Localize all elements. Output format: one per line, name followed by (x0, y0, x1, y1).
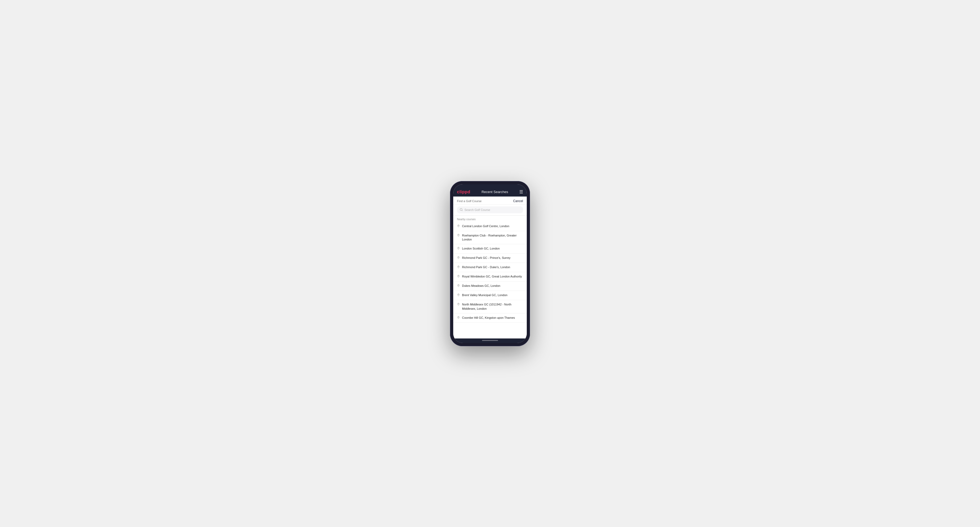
location-pin-icon (457, 247, 460, 251)
course-item[interactable]: Dukes Meadows GC, London (453, 281, 527, 291)
search-box[interactable]: Search Golf Course (457, 206, 523, 213)
course-name: North Middlesex GC (1011942 - North Midd… (462, 303, 523, 311)
svg-line-1 (462, 210, 462, 211)
course-name: Central London Golf Centre, London (462, 224, 509, 228)
nav-bar: clippd Recent Searches ☰ (453, 187, 527, 197)
search-placeholder: Search Golf Course (465, 208, 490, 211)
cancel-button[interactable]: Cancel (513, 199, 523, 203)
nav-title: Recent Searches (482, 190, 508, 194)
svg-point-9 (458, 294, 458, 295)
menu-icon[interactable]: ☰ (519, 190, 523, 194)
course-item[interactable]: Royal Wimbledon GC, Great London Authori… (453, 272, 527, 281)
status-bar (453, 184, 527, 187)
course-name: Royal Wimbledon GC, Great London Authori… (462, 275, 522, 279)
location-pin-icon (457, 256, 460, 260)
svg-point-10 (458, 303, 458, 304)
phone-screen: clippd Recent Searches ☰ Find a Golf Cou… (453, 184, 527, 343)
location-pin-icon (457, 224, 460, 229)
svg-point-5 (458, 257, 458, 257)
location-pin-icon (457, 294, 460, 297)
course-item[interactable]: Brent Valley Municipal GC, London (453, 291, 527, 300)
course-item[interactable]: Richmond Park GC - Prince's, Surrey (453, 254, 527, 263)
course-name: Brent Valley Municipal GC, London (462, 293, 508, 297)
svg-point-2 (458, 225, 458, 226)
location-pin-icon (457, 303, 460, 307)
nearby-section: Nearby courses Central London Golf Centr… (453, 216, 527, 338)
app-logo: clippd (457, 190, 470, 194)
home-bar (482, 340, 498, 341)
course-name: Richmond Park GC - Duke's, London (462, 265, 510, 269)
course-item[interactable]: Roehampton Club - Roehampton, Greater Lo… (453, 231, 527, 244)
course-name: Richmond Park GC - Prince's, Surrey (462, 256, 511, 260)
course-list: Central London Golf Centre, London Roeha… (453, 222, 527, 323)
course-item[interactable]: Central London Golf Centre, London (453, 222, 527, 231)
svg-point-8 (458, 285, 458, 286)
location-pin-icon (457, 284, 460, 288)
course-name: Coombe Hill GC, Kingston upon Thames (462, 316, 515, 320)
course-name: Roehampton Club - Roehampton, Greater Lo… (462, 233, 523, 242)
course-item[interactable]: North Middlesex GC (1011942 - North Midd… (453, 300, 527, 313)
location-pin-icon (457, 234, 460, 238)
svg-point-6 (458, 266, 458, 267)
course-item[interactable]: Richmond Park GC - Duke's, London (453, 263, 527, 272)
svg-point-7 (458, 276, 458, 276)
phone-device: clippd Recent Searches ☰ Find a Golf Cou… (450, 181, 530, 346)
home-indicator (453, 338, 527, 343)
course-name: Dukes Meadows GC, London (462, 284, 500, 288)
find-label: Find a Golf Course (457, 200, 482, 203)
search-input-wrap: Search Golf Course (453, 205, 527, 216)
svg-point-3 (458, 235, 458, 235)
svg-point-11 (458, 317, 458, 317)
search-header: Find a Golf Course Cancel (453, 197, 527, 205)
nearby-label: Nearby courses (453, 216, 527, 222)
course-item[interactable]: Coombe Hill GC, Kingston upon Thames (453, 313, 527, 323)
course-item[interactable]: London Scottish GC, London (453, 244, 527, 254)
location-pin-icon (457, 316, 460, 320)
location-pin-icon (457, 275, 460, 279)
svg-point-4 (458, 248, 458, 248)
course-name: London Scottish GC, London (462, 247, 500, 251)
search-icon (460, 208, 463, 212)
location-pin-icon (457, 265, 460, 270)
